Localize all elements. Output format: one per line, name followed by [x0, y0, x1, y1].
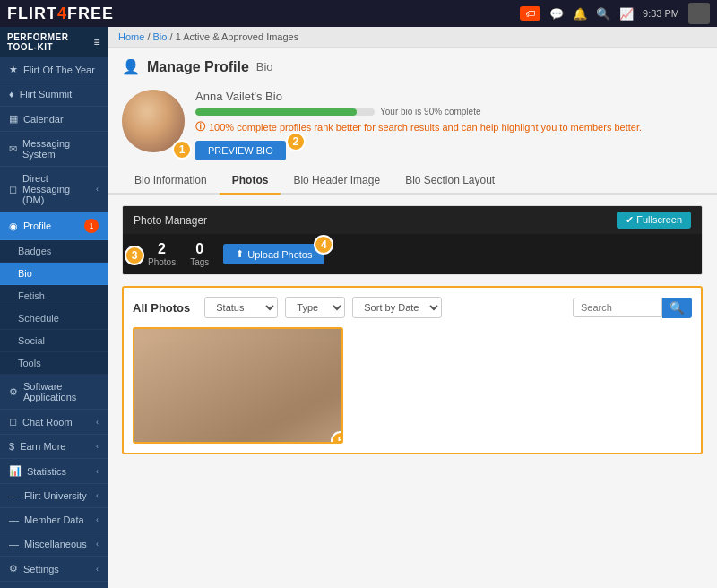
photo-grid: 5: [133, 327, 692, 444]
star-icon: ★: [9, 64, 18, 75]
all-photos-section: All Photos Status Active Pending Rejecte…: [122, 286, 703, 454]
breadcrumb-home[interactable]: Home: [118, 31, 144, 42]
photo-manager: Photo Manager ✔ Fullscreen 3 2 Photos 0 …: [122, 205, 703, 275]
type-filter[interactable]: Type Photo Video: [285, 297, 345, 318]
bell-icon[interactable]: 🔔: [573, 7, 587, 21]
photo-manager-header: Photo Manager ✔ Fullscreen: [123, 206, 702, 234]
status-filter[interactable]: Status Active Pending Rejected: [204, 297, 278, 318]
sidebar-sub-schedule[interactable]: Schedule: [0, 307, 108, 330]
sidebar-item-earn-more[interactable]: $ Earn More ‹: [0, 435, 108, 459]
fullscreen-button[interactable]: ✔ Fullscreen: [617, 212, 691, 229]
arrow-icon: ‹: [96, 185, 99, 194]
bio-info: Anna Vailet's Bio Your bio is 90% comple…: [195, 90, 703, 160]
person-icon: ◉: [9, 220, 18, 232]
tab-bio-header[interactable]: Bio Header Image: [281, 168, 393, 195]
chat-icon[interactable]: 💬: [549, 7, 564, 21]
arrow-icon: ‹: [96, 442, 99, 451]
time-display: 9:33 PM: [643, 8, 679, 19]
photo-item[interactable]: 5: [133, 327, 343, 444]
sidebar-item-profile[interactable]: ◉ Profile 1: [0, 212, 108, 240]
preview-bio-button[interactable]: PREVIEW BIO: [195, 141, 286, 160]
breadcrumb-bio[interactable]: Bio: [153, 31, 168, 42]
tab-bio-information[interactable]: Bio Information: [122, 168, 220, 195]
sidebar-item-messaging[interactable]: ✉ Messaging System: [0, 132, 108, 167]
photos-label: Photos: [148, 257, 176, 267]
breadcrumb: Home / Bio / 1 Active & Approved Images: [108, 27, 717, 48]
sidebar-item-flirt-university[interactable]: — Flirt University ‹: [0, 484, 108, 508]
bio-label: Bio: [256, 60, 273, 74]
progress-bar-bg: [195, 108, 375, 116]
complete-info: ⓘ 100% complete profiles rank better for…: [195, 120, 703, 134]
bio-card: 1 Anna Vailet's Bio Your bio is 90% comp…: [108, 82, 717, 168]
tags-count: 0: [190, 241, 209, 257]
photo-manager-title: Photo Manager: [134, 214, 207, 227]
stats-icon: 📊: [9, 465, 22, 477]
topbar: FLIRT4FREE 🏷 💬 🔔 🔍 📈 9:33 PM: [0, 0, 717, 27]
tag-icon[interactable]: 🏷: [520, 6, 540, 21]
search-button[interactable]: 🔍: [662, 298, 692, 318]
page-title: Manage Profile: [147, 59, 249, 75]
complete-message: 100% complete profiles rank better for s…: [209, 122, 642, 133]
sidebar-sub-social[interactable]: Social: [0, 330, 108, 352]
manage-profile-icon: 👤: [122, 58, 140, 75]
sidebar-header: PERFORMER TOOL-KIT ≡: [0, 27, 108, 57]
arrow-icon: ‹: [96, 515, 99, 524]
info-icon: ⓘ: [195, 120, 205, 134]
step-3-badge: 3: [125, 246, 144, 265]
tags-count-block: 0 Tags: [190, 241, 209, 267]
tab-photos[interactable]: Photos: [220, 168, 281, 195]
search-btn-icon: 🔍: [669, 301, 685, 315]
sidebar-item-software[interactable]: ⚙ Software Applications: [0, 375, 108, 410]
sidebar-item-flirt-summit[interactable]: ♦ Flirt Summit: [0, 82, 108, 107]
page-title-row: 👤 Manage Profile Bio: [122, 58, 703, 75]
all-photos-title: All Photos: [133, 301, 190, 315]
breadcrumb-current: 1 Active & Approved Images: [176, 31, 299, 42]
tab-bio-section[interactable]: Bio Section Layout: [393, 168, 507, 195]
sidebar-item-member-data[interactable]: — Member Data ‹: [0, 508, 108, 532]
photo-image: [133, 327, 343, 444]
earn-icon: $: [9, 441, 14, 452]
diamond-icon: ♦: [9, 89, 14, 99]
all-photos-header: All Photos Status Active Pending Rejecte…: [133, 297, 692, 318]
university-icon: —: [9, 490, 19, 501]
sidebar-sub-fetish[interactable]: Fetish: [0, 285, 108, 307]
sidebar-item-chatroom[interactable]: ◻ Chat Room ‹: [0, 410, 108, 435]
sidebar-item-statistics[interactable]: 📊 Statistics ‹: [0, 459, 108, 484]
sidebar-item-calendar[interactable]: ▦ Calendar: [0, 107, 108, 132]
sidebar-sub-tools[interactable]: Tools: [0, 352, 108, 375]
profile-header: 👤 Manage Profile Bio: [108, 48, 717, 75]
sidebar-collapse-icon[interactable]: ≡: [93, 36, 100, 48]
chat-bubble-icon: ◻: [9, 416, 17, 428]
progress-container: Your bio is 90% complete: [195, 107, 703, 117]
chart-icon[interactable]: 📈: [619, 7, 634, 21]
sidebar-item-miscellaneous[interactable]: — Miscellaneous ‹: [0, 532, 108, 557]
sidebar-item-settings[interactable]: ⚙ Settings ‹: [0, 557, 108, 582]
sidebar-item-direct-messaging[interactable]: ◻ Direct Messaging (DM) ‹: [0, 167, 108, 212]
step-4-badge: 4: [314, 235, 333, 255]
photos-count-block: 2 Photos: [148, 241, 176, 267]
upload-photos-button[interactable]: ⬆ Upload Photos: [223, 244, 324, 264]
sidebar-item-flirt-of-year[interactable]: ★ Flirt Of The Year: [0, 57, 108, 82]
arrow-icon: ‹: [96, 467, 99, 476]
arrow-icon: ‹: [96, 565, 99, 574]
user-avatar-top[interactable]: [688, 3, 710, 24]
search-icon[interactable]: 🔍: [596, 7, 610, 21]
members-icon: —: [9, 514, 19, 525]
calendar-icon: ▦: [9, 113, 18, 125]
step-1-badge: 1: [172, 140, 192, 160]
search-box-wrap: 🔍: [573, 298, 692, 318]
photos-count: 2: [148, 241, 176, 257]
tags-label: Tags: [190, 257, 209, 267]
arrow-icon: ‹: [96, 491, 99, 500]
sidebar-sub-bio[interactable]: Bio: [0, 263, 108, 285]
avatar-container: 1: [122, 90, 185, 152]
top-icons-group: 🏷 💬 🔔 🔍 📈 9:33 PM: [520, 3, 710, 24]
arrow-icon: ‹: [96, 540, 99, 549]
bio-name: Anna Vailet's Bio: [195, 90, 703, 103]
sidebar-sub-badges[interactable]: Badges: [0, 240, 108, 263]
sort-filter[interactable]: Sort by Date Newest Oldest: [352, 297, 442, 318]
tabs-row: Bio Information Photos Bio Header Image …: [108, 168, 717, 195]
profile-badge: 1: [84, 219, 99, 233]
sidebar: PERFORMER TOOL-KIT ≡ ★ Flirt Of The Year…: [0, 27, 108, 588]
search-input[interactable]: [573, 298, 662, 317]
